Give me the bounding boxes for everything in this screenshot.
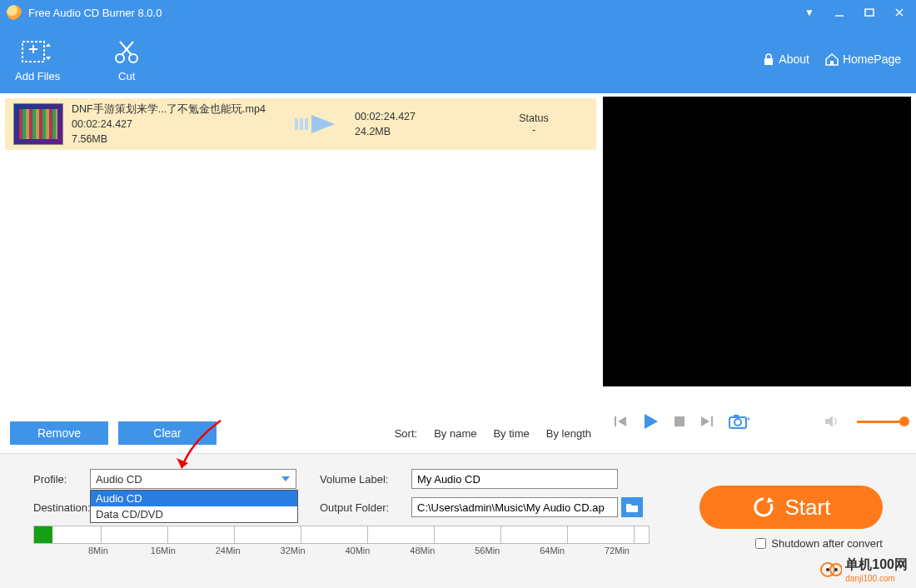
ruler-tick-label: 72Min — [585, 546, 650, 556]
svg-rect-1 — [865, 9, 874, 16]
watermark-icon — [820, 559, 842, 581]
svg-rect-21 — [734, 415, 739, 418]
volume-slider[interactable] — [857, 421, 904, 423]
refresh-icon — [752, 496, 775, 519]
convert-arrow-icon — [280, 112, 355, 137]
svg-rect-15 — [305, 118, 308, 130]
close-button[interactable] — [889, 2, 909, 22]
home-icon — [824, 52, 839, 66]
sort-by-name[interactable]: By name — [434, 427, 476, 440]
next-button[interactable] — [699, 414, 714, 429]
window-title: Free Audio CD Burner 8.0.0 — [28, 7, 162, 19]
start-button[interactable]: Start — [699, 486, 883, 529]
lock-icon — [762, 52, 775, 66]
profile-label: Profile: — [13, 473, 90, 486]
clear-button[interactable]: Clear — [118, 421, 217, 445]
homepage-link[interactable]: HomePage — [824, 52, 901, 66]
homepage-label: HomePage — [843, 52, 901, 66]
titlebar: Free Audio CD Burner 8.0.0 ▼ — [0, 0, 916, 25]
sort-by-length[interactable]: By length — [546, 427, 591, 440]
about-label: About — [779, 52, 809, 66]
ruler-fill — [34, 526, 52, 543]
svg-point-20 — [734, 419, 741, 426]
bottom-panel: Profile: Audio CD Audio CD Data CD/DVD V… — [0, 453, 916, 588]
ruler-bar[interactable] — [33, 526, 650, 544]
add-files-icon — [21, 37, 54, 67]
svg-point-8 — [129, 54, 137, 62]
svg-rect-6 — [32, 45, 34, 53]
cut-button[interactable]: Cut — [110, 37, 143, 82]
prev-button[interactable] — [613, 414, 628, 429]
ruler-tick-label: 24Min — [196, 546, 261, 556]
svg-point-24 — [826, 568, 829, 571]
stop-button[interactable] — [673, 415, 686, 428]
sort-by-time[interactable]: By time — [493, 427, 529, 440]
add-files-button[interactable]: Add Files — [15, 37, 60, 82]
sort-label: Sort: — [395, 427, 417, 440]
output-folder-label: Output Folder: — [320, 501, 411, 514]
app-icon — [7, 5, 22, 20]
volume-label-label: Volume Label: — [320, 473, 411, 486]
ruler-tick-label: 56Min — [455, 546, 520, 556]
minimize-button[interactable] — [829, 2, 849, 22]
watermark-sub: danji100.com — [845, 574, 908, 583]
shutdown-label: Shutdown after convert — [771, 537, 883, 550]
player-controls — [601, 405, 916, 438]
svg-rect-11 — [764, 58, 773, 65]
add-files-label: Add Files — [15, 70, 60, 82]
snapshot-button[interactable] — [728, 413, 749, 430]
svg-point-25 — [834, 568, 838, 571]
status-value: - — [480, 124, 588, 136]
cut-label: Cut — [118, 70, 135, 82]
svg-rect-16 — [615, 416, 616, 426]
remove-button[interactable]: Remove — [10, 421, 108, 445]
status-header: Status — [480, 112, 588, 124]
volume-label-input[interactable] — [411, 469, 618, 489]
ruler-tick-label: 64Min — [520, 546, 585, 556]
ruler-tick-label: 48Min — [390, 546, 455, 556]
svg-rect-13 — [295, 118, 298, 130]
ruler-labels: 8Min 16Min 24Min 32Min 40Min 48Min 56Min… — [33, 546, 650, 556]
file-size-out: 24.2MB — [355, 124, 480, 139]
profile-option-data-cd[interactable]: Data CD/DVD — [91, 506, 297, 522]
shutdown-checkbox[interactable] — [755, 538, 766, 549]
folder-icon — [625, 501, 639, 513]
ruler-tick-label: 32Min — [261, 546, 326, 556]
svg-rect-17 — [675, 416, 685, 426]
destination-label: Destination: — [13, 501, 90, 514]
ruler-tick-label: 40Min — [326, 546, 391, 556]
profile-dropdown: Audio CD Data CD/DVD — [90, 490, 298, 523]
file-name: DNF手游策划来学...了不氪金也能玩.mp4 — [72, 102, 280, 117]
maximize-button[interactable] — [859, 2, 879, 22]
scissors-icon — [110, 37, 143, 67]
svg-rect-12 — [830, 61, 834, 65]
file-input-meta: DNF手游策划来学...了不氪金也能玩.mp4 00:02:24.427 7.5… — [72, 102, 280, 147]
svg-rect-18 — [711, 416, 713, 426]
profile-option-audio-cd[interactable]: Audio CD — [91, 491, 297, 506]
svg-point-7 — [116, 54, 124, 62]
play-button[interactable] — [641, 412, 660, 431]
start-label: Start — [785, 495, 831, 521]
video-preview[interactable] — [603, 97, 911, 386]
dropdown-button[interactable]: ▼ — [799, 2, 819, 22]
timeline-ruler: 8Min 16Min 24Min 32Min 40Min 48Min 56Min… — [33, 526, 650, 556]
file-row[interactable]: DNF手游策划来学...了不氪金也能玩.mp4 00:02:24.427 7.5… — [5, 98, 596, 150]
about-link[interactable]: About — [762, 52, 809, 66]
profile-value: Audio CD — [96, 473, 142, 486]
preview-pane — [601, 93, 916, 453]
watermark: 单机100网 danji100.com — [820, 556, 908, 583]
watermark-text: 单机100网 — [845, 557, 908, 571]
file-duration-in: 00:02:24.427 — [72, 117, 280, 132]
file-duration-out: 00:02:24.427 — [355, 109, 480, 124]
ruler-tick-label: 16Min — [131, 546, 196, 556]
svg-rect-14 — [300, 118, 303, 130]
file-thumbnail — [13, 103, 63, 145]
browse-folder-button[interactable] — [621, 497, 643, 517]
file-list-pane: DNF手游策划来学...了不氪金也能玩.mp4 00:02:24.427 7.5… — [0, 93, 601, 453]
chevron-down-icon — [281, 474, 291, 484]
output-folder-input[interactable] — [411, 497, 618, 517]
file-size-in: 7.56MB — [72, 132, 280, 147]
volume-icon[interactable] — [824, 415, 839, 428]
svg-line-10 — [120, 42, 132, 55]
profile-select[interactable]: Audio CD Audio CD Data CD/DVD — [90, 469, 296, 489]
